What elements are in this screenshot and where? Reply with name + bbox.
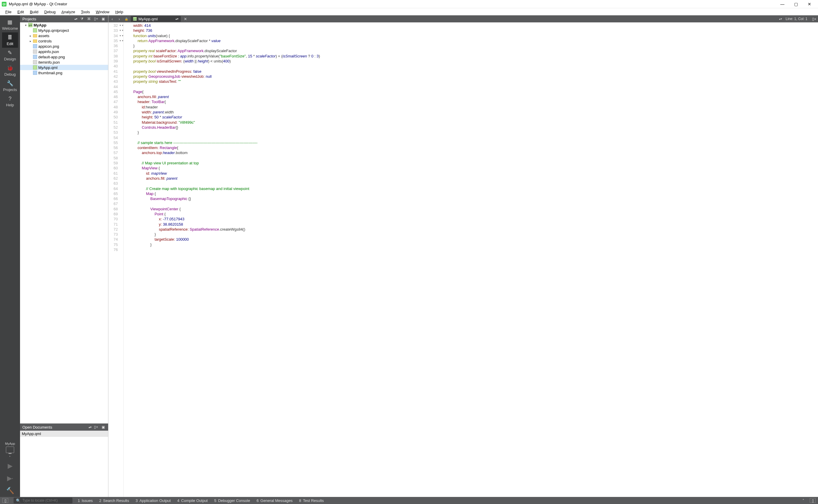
window-title: MyApp.qml @ MyApp - Qt Creator [9,2,776,6]
cursor-position: Line: 1, Col: 1 [786,17,807,21]
mode-edit[interactable]: ≣ Edit [2,32,18,48]
tree-root[interactable]: ▾qmlMyApp [20,22,108,28]
tree-item[interactable]: ▸controls [20,38,108,44]
menu-file[interactable]: File [2,9,14,15]
current-file-name: MyApp.qml [138,17,158,21]
output-tab-test results[interactable]: 8Test Results [299,498,324,503]
json-icon [33,60,37,64]
mode-rail: ▦ Welcome ≣ Edit ✎ Design 🐞 Debug 🔧 Proj… [0,15,20,497]
filter-icon[interactable]: ⧩ [79,16,85,22]
tree-item[interactable]: ▸assets [20,33,108,38]
tree-item[interactable]: MyApp.qml [20,65,108,70]
open-documents-panel: Open Documents ▴▾ ▯+ ▣ MyApp.qml [20,423,108,497]
code-editor[interactable]: 32 33 34 35 36 37 38 39 40 41 42 43 44 4… [108,22,818,497]
menu-debug[interactable]: Debug [41,9,58,15]
output-tab-application output[interactable]: 3Application Output [135,498,171,503]
output-tab-search results[interactable]: 2Search Results [99,498,129,503]
tree-item[interactable]: default-app.png [20,54,108,60]
app-logo-icon: Qt [2,2,6,6]
split-icon[interactable]: ▯+ [93,16,99,22]
help-icon: ? [7,95,13,102]
monitor-icon [6,447,14,453]
debug-icon: 🐞 [7,65,13,71]
png-icon [33,44,37,48]
close-button[interactable]: ✕ [803,0,816,8]
panel-close-icon[interactable]: ▣ [100,16,106,22]
run-debug-button[interactable]: ▶• [0,472,20,485]
kit-label: MyApp [5,442,15,445]
tree-item[interactable]: appinfo.json [20,49,108,54]
tree-item[interactable]: thumbnail.png [20,70,108,75]
kit-selector[interactable]: MyApp ▸ [0,442,20,457]
output-tab-general messages[interactable]: 6General Messages [257,498,293,503]
tree-item[interactable]: appicon.png [20,44,108,49]
projects-icon: 🔧 [7,80,13,87]
menu-window[interactable]: Window [93,9,112,15]
menu-tools[interactable]: Tools [78,9,93,15]
png-icon [33,71,37,75]
search-icon: 🔍 [16,498,21,503]
minimize-button[interactable]: — [776,0,789,8]
run-button[interactable]: ▶ [0,460,20,472]
mode-design[interactable]: ✎ Design [2,48,18,63]
qml-icon [33,28,37,32]
menu-bar: FileEditBuildDebugAnalyzeToolsWindowHelp [0,8,818,15]
file-selector[interactable]: qml MyApp.qml ▴▾ [131,16,181,22]
menu-build[interactable]: Build [27,9,41,15]
nav-back-button[interactable]: ‹ [110,16,115,22]
png-icon [33,55,37,59]
editor-area: ‹ › 🔒 qml MyApp.qml ▴▾ ✕ ▴▾ Line: 1, Col… [108,15,818,497]
json-icon [33,49,37,54]
tab-close-button[interactable]: ✕ [183,16,188,22]
panel-close-icon[interactable]: ▣ [100,424,106,430]
chevron-up-icon[interactable]: ˄ [802,498,804,503]
locator-field[interactable] [22,498,70,503]
tree-item[interactable]: iteminfo.json [20,60,108,65]
mode-welcome[interactable]: ▦ Welcome [2,17,18,32]
locator-input[interactable]: 🔍 [14,498,72,503]
qml-icon [33,65,37,70]
project-icon: qml [28,23,32,27]
mode-debug[interactable]: 🐞 Debug [2,63,18,78]
editor-toolbar: ‹ › 🔒 qml MyApp.qml ▴▾ ✕ ▴▾ Line: 1, Col… [108,15,818,22]
title-bar: Qt MyApp.qml @ MyApp - Qt Creator — ▢ ✕ [0,0,818,8]
design-icon: ✎ [7,49,13,56]
editor-split-icon[interactable]: ▯+ [812,16,817,22]
open-documents-title: Open Documents [22,425,87,429]
right-sidebar-toggle[interactable]: ▯ [810,498,816,503]
project-tree[interactable]: ▾qmlMyApp MyApp.qmlproject▸assets▸contro… [20,22,108,423]
welcome-icon: ▦ [7,19,13,25]
sidebar-toggle-button[interactable]: ▯ [2,498,8,503]
nav-forward-button[interactable]: › [117,16,122,22]
split-icon[interactable]: ▯+ [93,424,99,430]
qml-file-icon: qml [133,17,137,21]
open-doc-item[interactable]: MyApp.qml [20,431,108,437]
output-tab-debugger console[interactable]: 5Debugger Console [214,498,250,503]
projects-panel-title: Projects [22,17,73,21]
tree-item[interactable]: MyApp.qmlproject [20,28,108,33]
edit-icon: ≣ [7,34,13,41]
lock-icon[interactable]: 🔒 [124,16,129,22]
menu-analyze[interactable]: Analyze [59,9,78,15]
menu-help[interactable]: Help [112,9,126,15]
build-button[interactable]: 🔨 [0,485,20,497]
output-tab-compile output[interactable]: 4Compile Output [177,498,208,503]
side-panel: Projects ▴▾ ⧩ ⌘ ▯+ ▣ ▾qmlMyApp MyApp.qml… [20,15,108,497]
folder-icon [33,34,37,37]
link-icon[interactable]: ⌘ [86,16,92,22]
mode-projects[interactable]: 🔧 Projects [2,78,18,94]
mode-help[interactable]: ? Help [2,94,18,109]
maximize-button[interactable]: ▢ [789,0,803,8]
menu-edit[interactable]: Edit [14,9,27,15]
output-panes-bar: ▯ 🔍 1Issues2Search Results3Application O… [0,497,818,504]
folder-icon [33,39,37,43]
projects-panel-header: Projects ▴▾ ⧩ ⌘ ▯+ ▣ [20,15,108,22]
output-tab-issues[interactable]: 1Issues [78,498,93,503]
